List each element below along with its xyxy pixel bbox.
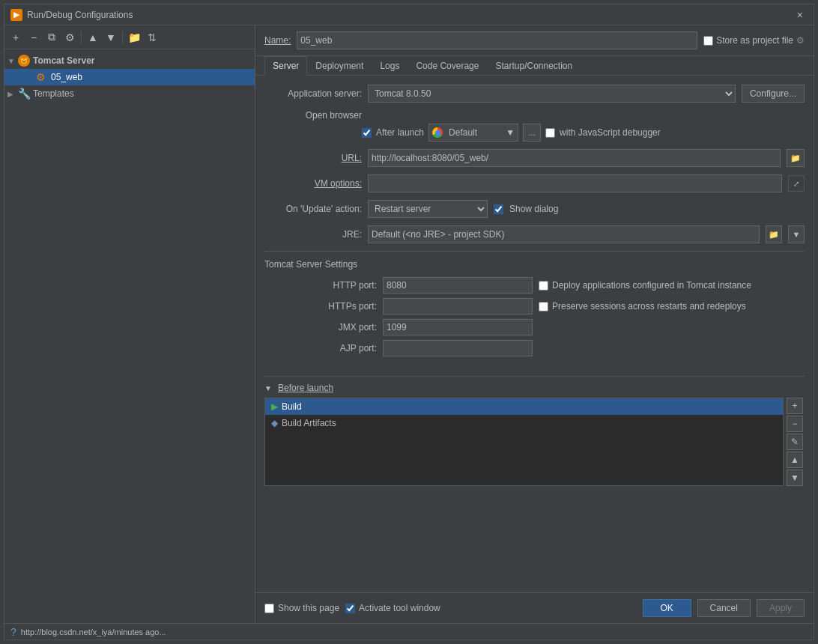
move-up-button[interactable]: ▲ — [85, 29, 101, 46]
settings-button[interactable]: ⚙ — [61, 29, 78, 46]
sort-button[interactable]: ⇅ — [144, 29, 160, 46]
on-update-select[interactable]: Restart server — [368, 200, 488, 218]
ajp-port-input[interactable] — [383, 340, 533, 356]
deploy-label: Deploy applications configured in Tomcat… — [552, 280, 751, 291]
show-page-label: Show this page — [278, 603, 339, 613]
tree-item-05web[interactable]: ⚙ 05_web — [4, 69, 255, 85]
activate-area: Activate tool window — [345, 603, 440, 613]
js-debugger-checkbox[interactable] — [545, 128, 555, 138]
vm-options-input[interactable] — [368, 174, 782, 192]
jmx-port-row: JMX port: — [264, 319, 805, 335]
bl-down-button[interactable]: ▼ — [787, 470, 803, 486]
tab-deployment[interactable]: Deployment — [307, 56, 372, 76]
http-port-label: HTTP port: — [264, 280, 377, 291]
templates-arrow: ▶ — [7, 90, 18, 98]
store-project-file-checkbox[interactable] — [703, 36, 713, 46]
show-page-checkbox[interactable] — [264, 604, 274, 613]
show-dialog-label: Show dialog — [509, 204, 558, 214]
browser-dots-button[interactable]: ... — [523, 124, 541, 142]
main-content: Application server: Tomcat 8.0.50 Config… — [255, 76, 814, 592]
open-browser-section: Open browser After launch Default ▼ ... — [264, 110, 805, 142]
http-port-row: HTTP port: Deploy applications configure… — [264, 277, 805, 294]
tab-code-coverage[interactable]: Code Coverage — [408, 56, 487, 76]
jre-browse-button[interactable]: 📁 — [766, 225, 782, 243]
on-update-row: On 'Update' action: Restart server Show … — [264, 200, 805, 218]
before-launch-section: ▼ Before launch ▶ Build ◆ Build Artifact… — [264, 376, 805, 492]
tab-logs[interactable]: Logs — [372, 56, 408, 76]
tab-startup-connection[interactable]: Startup/Connection — [487, 56, 581, 76]
https-port-row: HTTPs port: Preserve sessions across res… — [264, 298, 805, 315]
jre-label: JRE: — [264, 229, 362, 240]
before-launch-label: Before launch — [278, 383, 333, 393]
bl-item-artifacts-label: Build Artifacts — [282, 418, 336, 428]
activate-checkbox[interactable] — [345, 604, 355, 613]
toolbar-separator-2 — [122, 31, 123, 44]
bl-item-build-label: Build — [282, 401, 302, 412]
tomcat-server-label: Tomcat Server — [33, 55, 94, 66]
bl-remove-button[interactable]: − — [787, 416, 803, 432]
after-launch-label: After launch — [376, 127, 424, 138]
ajp-port-row: AJP port: — [264, 340, 805, 356]
apply-button[interactable]: Apply — [757, 599, 805, 617]
jmx-port-input[interactable] — [383, 319, 533, 335]
deploy-checkbox-label: Deploy applications configured in Tomcat… — [539, 280, 805, 291]
templates-label: Templates — [33, 88, 74, 99]
url-input[interactable] — [368, 149, 781, 167]
toolbar: + − ⧉ ⚙ ▲ ▼ 📁 ⇅ — [4, 25, 255, 49]
artifact-icon: ◆ — [271, 418, 278, 428]
url-browse-button[interactable]: 📁 — [787, 149, 805, 167]
spacer-area — [264, 361, 805, 376]
tab-server[interactable]: Server — [264, 56, 307, 76]
tree-item-templates[interactable]: ▶ 🔧 Templates — [4, 85, 255, 102]
toolbar-separator — [81, 31, 82, 44]
open-browser-row: Open browser — [264, 110, 805, 121]
jre-input[interactable] — [368, 225, 760, 243]
vm-options-label: VM options: — [264, 178, 362, 189]
config-tree: ▼ 🐱 Tomcat Server ⚙ 05_web ▶ 🔧 Templates — [4, 49, 255, 623]
bottom-row: Show this page Activate tool window OK C… — [255, 592, 814, 623]
on-update-label: On 'Update' action: — [264, 204, 362, 214]
bl-edit-button[interactable]: ✎ — [787, 434, 803, 450]
show-dialog-checkbox[interactable] — [494, 204, 503, 214]
js-debugger-label: with JavaScript debugger — [560, 127, 661, 138]
bl-item-build[interactable]: ▶ Build — [265, 398, 783, 415]
help-icon[interactable]: ? — [10, 626, 16, 638]
bl-up-button[interactable]: ▲ — [787, 452, 803, 468]
bl-item-build-artifacts[interactable]: ◆ Build Artifacts — [265, 415, 783, 431]
expand-arrow: ▼ — [7, 57, 18, 65]
title-bar-text: Run/Debug Configurations — [27, 10, 793, 20]
vm-expand-button[interactable]: ⤢ — [788, 175, 805, 192]
remove-config-button[interactable]: − — [25, 29, 42, 46]
bl-add-button[interactable]: + — [787, 398, 803, 414]
preserve-sessions-checkbox-label: Preserve sessions across restarts and re… — [539, 301, 805, 312]
https-port-input[interactable] — [383, 298, 533, 315]
web-config-icon: ⚙ — [36, 71, 48, 83]
ok-button[interactable]: OK — [643, 599, 691, 617]
browser-label: Default — [446, 127, 503, 138]
store-project-file-label: Store as project file — [716, 35, 793, 46]
browser-dropdown[interactable]: Default ▼ — [428, 124, 518, 142]
browser-dropdown-arrow: ▼ — [506, 127, 515, 138]
name-label: Name: — [264, 35, 291, 46]
jre-dropdown-button[interactable]: ▼ — [788, 225, 805, 243]
app-server-label: Application server: — [264, 88, 362, 99]
preserve-sessions-checkbox[interactable] — [539, 302, 548, 312]
deploy-checkbox[interactable] — [539, 281, 548, 291]
after-launch-checkbox[interactable] — [362, 128, 372, 138]
name-input[interactable] — [297, 31, 697, 49]
http-port-input[interactable] — [383, 277, 533, 294]
cancel-button[interactable]: Cancel — [697, 599, 751, 617]
app-server-select[interactable]: Tomcat 8.0.50 — [368, 85, 736, 103]
folder-button[interactable]: 📁 — [126, 29, 142, 46]
left-panel: + − ⧉ ⚙ ▲ ▼ 📁 ⇅ ▼ 🐱 Tomcat Server — [4, 25, 255, 623]
status-text: http://blog.csdn.net/x_iya/minutes ago..… — [21, 628, 166, 637]
configure-button[interactable]: Configure... — [742, 85, 805, 103]
copy-config-button[interactable]: ⧉ — [43, 29, 60, 46]
tree-group-tomcat[interactable]: ▼ 🐱 Tomcat Server — [4, 52, 255, 69]
add-config-button[interactable]: + — [7, 29, 24, 46]
build-icon: ▶ — [271, 401, 278, 412]
before-launch-header[interactable]: ▼ Before launch — [264, 383, 805, 398]
move-down-button[interactable]: ▼ — [103, 29, 119, 46]
tomcat-icon: 🐱 — [18, 55, 30, 67]
close-button[interactable]: × — [793, 7, 808, 22]
